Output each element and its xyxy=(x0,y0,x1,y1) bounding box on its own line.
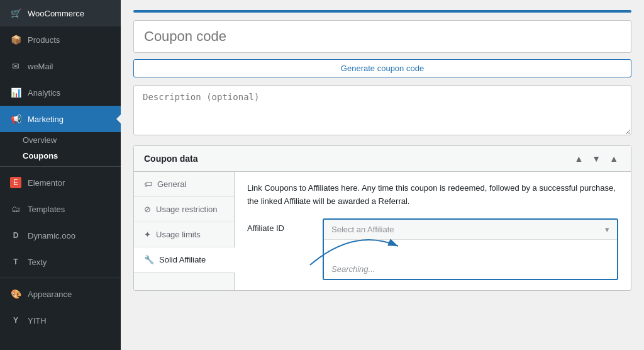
generate-coupon-button[interactable]: Generate coupon code xyxy=(133,59,631,77)
sidebar-item-templates[interactable]: 🗂 Templates xyxy=(0,196,121,222)
marketing-icon: 📢 xyxy=(10,113,21,125)
sidebar-item-yith[interactable]: Y YITH xyxy=(0,307,121,334)
affiliate-description: Link Coupons to Affiliates here. Any tim… xyxy=(247,182,618,208)
general-icon: 🏷 xyxy=(144,179,152,189)
sidebar-item-label: Texty xyxy=(28,257,47,267)
sidebar-sub-overview[interactable]: Overview xyxy=(0,132,121,148)
sidebar-item-analytics[interactable]: 📊 Analytics xyxy=(0,79,121,106)
sidebar-item-products[interactable]: 📦 Products xyxy=(0,26,121,53)
sidebar-item-label: WooCommerce xyxy=(28,9,84,18)
sidebar-item-woocommerce[interactable]: 🛒 WooCommerce xyxy=(0,0,121,26)
coupon-code-input[interactable] xyxy=(133,20,631,53)
affiliate-select-header[interactable]: Select an Affiliate ▾ xyxy=(324,220,617,240)
sidebar-item-label: Analytics xyxy=(28,88,60,98)
woocommerce-icon: 🛒 xyxy=(10,8,21,19)
affiliate-select-wrapper: Select an Affiliate ▾ Searching... xyxy=(323,218,618,280)
main-content: Generate coupon code Coupon data ▲ ▼ ▲ 🏷… xyxy=(121,0,644,350)
sidebar-item-wemail[interactable]: ✉ weMail xyxy=(0,53,121,79)
sidebar: 🛒 WooCommerce 📦 Products ✉ weMail 📊 Anal… xyxy=(0,0,121,350)
templates-icon: 🗂 xyxy=(10,203,21,215)
sidebar-item-texty[interactable]: T Texty xyxy=(0,249,121,275)
coupon-data-header: Coupon data ▲ ▼ ▲ xyxy=(134,146,631,172)
tab-usage-restriction[interactable]: ⊘ Usage restriction xyxy=(134,197,234,222)
data-content: Link Coupons to Affiliates here. Any tim… xyxy=(235,172,631,290)
coupon-data-title: Coupon data xyxy=(144,154,198,164)
appearance-icon: 🎨 xyxy=(10,288,21,300)
tab-usage-limits[interactable]: ✦ Usage limits xyxy=(134,222,234,247)
collapse-down-button[interactable]: ▼ xyxy=(589,152,603,165)
chevron-down-icon: ▾ xyxy=(605,225,609,234)
toggle-button[interactable]: ▲ xyxy=(607,152,621,165)
sidebar-item-label: Marketing xyxy=(28,115,64,124)
products-icon: 📦 xyxy=(10,34,21,45)
tab-solid-affiliate[interactable]: 🔧 Solid Affiliate xyxy=(134,247,235,273)
sidebar-item-label: Appearance xyxy=(28,290,72,299)
sidebar-item-label: weMail xyxy=(28,62,53,71)
wemail-icon: ✉ xyxy=(10,60,21,72)
dynamic-icon: D xyxy=(10,230,21,241)
sidebar-item-marketing[interactable]: 📢 Marketing xyxy=(0,106,121,132)
accent-bar xyxy=(133,10,631,13)
sidebar-item-dynamic[interactable]: D Dynamic.ooo xyxy=(0,222,121,249)
affiliate-search-input[interactable] xyxy=(324,240,617,259)
sidebar-item-label: Elementor xyxy=(28,178,65,188)
sidebar-item-elementor[interactable]: E Elementor xyxy=(0,169,121,196)
sidebar-divider xyxy=(0,166,121,167)
usage-limits-icon: ✦ xyxy=(144,230,151,239)
sidebar-sub-coupons[interactable]: Coupons xyxy=(0,148,121,164)
coupon-data-panel: Coupon data ▲ ▼ ▲ 🏷 General ⊘ Usage rest… xyxy=(133,145,631,291)
sidebar-item-label: Dynamic.ooo xyxy=(28,231,75,240)
affiliate-id-label: Affiliate ID xyxy=(247,218,310,233)
sidebar-item-appearance[interactable]: 🎨 Appearance xyxy=(0,281,121,307)
data-tabs: 🏷 General ⊘ Usage restriction ✦ Usage li… xyxy=(134,172,235,290)
header-controls: ▲ ▼ ▲ xyxy=(572,152,621,165)
tab-general[interactable]: 🏷 General xyxy=(134,172,234,197)
sidebar-item-label: Templates xyxy=(28,205,65,214)
sidebar-divider-2 xyxy=(0,278,121,278)
sidebar-item-label: YITH xyxy=(28,316,47,325)
usage-restriction-icon: ⊘ xyxy=(144,205,151,214)
sidebar-item-label: Products xyxy=(28,35,60,45)
texty-icon: T xyxy=(10,256,21,268)
searching-text: Searching... xyxy=(324,259,617,279)
affiliate-row: Affiliate ID Select an Affiliate xyxy=(247,218,618,280)
elementor-icon: E xyxy=(10,177,21,188)
description-textarea[interactable] xyxy=(133,85,631,135)
solid-affiliate-icon: 🔧 xyxy=(144,255,154,264)
analytics-icon: 📊 xyxy=(10,87,21,98)
coupon-data-body: 🏷 General ⊘ Usage restriction ✦ Usage li… xyxy=(134,172,631,290)
yith-icon: Y xyxy=(10,315,21,326)
collapse-up-button[interactable]: ▲ xyxy=(572,152,586,165)
